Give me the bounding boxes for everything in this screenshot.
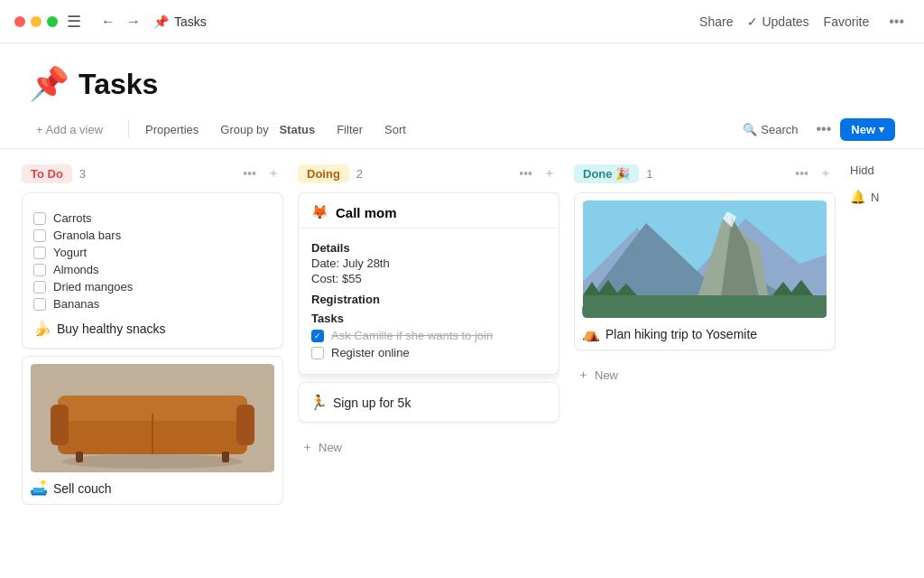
column-hidden: Hidd 🔔 N: [850, 163, 904, 557]
add-view-button[interactable]: + Add a view: [29, 119, 110, 140]
check-item-bananas: Bananas: [33, 297, 272, 311]
todo-label: To Do: [22, 164, 72, 183]
page-header: 📌 Tasks: [0, 43, 924, 114]
done-count: 1: [646, 167, 652, 181]
group-by-button[interactable]: Group by Status: [211, 118, 324, 141]
traffic-light-green[interactable]: [47, 16, 58, 27]
tasks-title: Tasks: [311, 312, 546, 325]
column-header-doing: Doing 2 ••• ＋: [298, 163, 559, 183]
checkbox-granola[interactable]: [33, 229, 46, 242]
registration-title: Registration: [311, 293, 546, 306]
traffic-lights: [14, 16, 58, 27]
hidden-label: Hidd: [850, 163, 874, 177]
call-mom-details: Details Date: July 28th Cost: $55 Regist…: [299, 228, 559, 374]
sort-button[interactable]: Sort: [375, 118, 415, 141]
svg-rect-16: [583, 295, 827, 318]
sort-label: Sort: [384, 123, 406, 136]
tent-icon: ⛺: [582, 325, 600, 342]
checkbox-yogurt[interactable]: [33, 247, 46, 259]
checkbox-carrots[interactable]: [33, 212, 46, 225]
checkbox-camille[interactable]: ✓: [311, 330, 324, 342]
snacks-icon: 🍌: [33, 320, 51, 337]
svg-point-2: [62, 454, 243, 469]
new-button[interactable]: New ▾: [840, 118, 895, 141]
svg-rect-6: [236, 405, 254, 445]
search-button[interactable]: 🔍 Search: [734, 118, 807, 141]
card-buy-snacks[interactable]: Carrots Granola bars Yogurt Almonds: [22, 192, 283, 349]
favorite-label: Favorite: [824, 14, 870, 29]
checkbox-mangoes[interactable]: [33, 281, 46, 294]
properties-button[interactable]: Properties: [136, 118, 208, 141]
doing-new-button[interactable]: ＋ New: [298, 434, 559, 461]
properties-label: Properties: [145, 123, 199, 136]
sofa-image: [30, 364, 275, 472]
card-sell-couch[interactable]: 🛋️ Sell couch: [22, 356, 283, 505]
share-button[interactable]: Share: [699, 14, 733, 29]
group-by-value: Status: [279, 123, 315, 136]
doing-add-button[interactable]: ＋: [540, 163, 559, 183]
card-title-hiking: ⛺ Plan hiking trip to Yosemite: [582, 325, 827, 342]
done-new-button[interactable]: ＋ New: [574, 361, 836, 388]
done-new-label: New: [595, 368, 618, 382]
check-item-granola: Granola bars: [33, 228, 272, 242]
svg-rect-9: [222, 452, 229, 462]
todo-add-button[interactable]: ＋: [263, 163, 283, 183]
done-header-actions: ••• ＋: [791, 163, 836, 183]
doing-more-button[interactable]: •••: [515, 164, 536, 182]
task-register-text: Register online: [331, 346, 410, 359]
call-mom-title-text: Call mom: [336, 205, 397, 220]
card-5k[interactable]: 🏃 Sign up for 5k: [298, 382, 559, 423]
todo-header-actions: ••• ＋: [239, 163, 283, 183]
check-label-mangoes: Dried mangoes: [53, 280, 133, 294]
toolbar: + Add a view Properties Group by Status …: [0, 114, 924, 149]
svg-rect-8: [76, 452, 83, 462]
todo-cards: Carrots Granola bars Yogurt Almonds: [22, 192, 283, 505]
doing-count: 2: [356, 167, 363, 181]
check-item-yogurt: Yogurt: [33, 246, 272, 259]
hidden-stub-text: N: [871, 191, 879, 204]
done-more-button[interactable]: •••: [791, 164, 812, 182]
forward-button[interactable]: →: [123, 12, 144, 32]
updates-button[interactable]: ✓ Updates: [747, 14, 808, 29]
favorite-button[interactable]: Favorite: [824, 14, 870, 29]
card-title-5k: 🏃 Sign up for 5k: [310, 394, 548, 411]
traffic-light-red[interactable]: [14, 16, 25, 27]
check-item-almonds: Almonds: [33, 263, 272, 276]
check-label-yogurt: Yogurt: [53, 246, 87, 259]
column-todo: To Do 3 ••• ＋ Carrots Granola bars: [22, 163, 283, 557]
toolbar-more-button[interactable]: •••: [810, 117, 836, 141]
column-header-done: Done 🎉 1 ••• ＋: [574, 163, 836, 183]
checkbox-bananas[interactable]: [33, 298, 46, 311]
page-title-bar: 📌 Tasks: [153, 14, 207, 29]
hamburger-menu[interactable]: ☰: [67, 12, 81, 32]
todo-count: 3: [79, 167, 86, 181]
more-options-button[interactable]: •••: [883, 10, 910, 33]
filter-button[interactable]: Filter: [328, 118, 372, 141]
titlebar-right: Share ✓ Updates Favorite •••: [699, 10, 910, 33]
todo-more-button[interactable]: •••: [239, 164, 260, 182]
checkbox-almonds[interactable]: [33, 264, 46, 276]
detail-date: Date: July 28th: [311, 256, 546, 270]
card-hiking[interactable]: ⛺ Plan hiking trip to Yosemite: [574, 192, 836, 350]
back-button[interactable]: ←: [97, 12, 119, 32]
done-add-button[interactable]: ＋: [816, 163, 836, 183]
task-camille: ✓ Ask Camille if she wants to join: [311, 329, 546, 342]
column-header-todo: To Do 3 ••• ＋: [22, 163, 283, 183]
share-label: Share: [699, 14, 733, 29]
call-mom-title: 🦊 Call mom: [299, 193, 559, 228]
traffic-light-yellow[interactable]: [31, 16, 42, 27]
search-label: Search: [761, 123, 798, 136]
card-call-mom[interactable]: 🦊 Call mom Details Date: July 28th Cost:…: [298, 192, 559, 375]
fox-icon: 🦊: [311, 204, 328, 220]
snacks-title-text: Buy healthy snacks: [57, 322, 166, 336]
mountain-image: [582, 200, 827, 318]
check-label-bananas: Bananas: [53, 297, 99, 311]
doing-label: Doing: [298, 164, 349, 183]
done-label: Done 🎉: [574, 164, 639, 183]
hidden-header: Hidd: [850, 163, 904, 177]
doing-new-label: New: [319, 441, 342, 454]
doing-new-plus: ＋: [301, 439, 313, 455]
titlebar-nav: ← →: [97, 12, 144, 32]
toolbar-separator: [128, 120, 129, 138]
checkbox-register[interactable]: [311, 347, 324, 359]
